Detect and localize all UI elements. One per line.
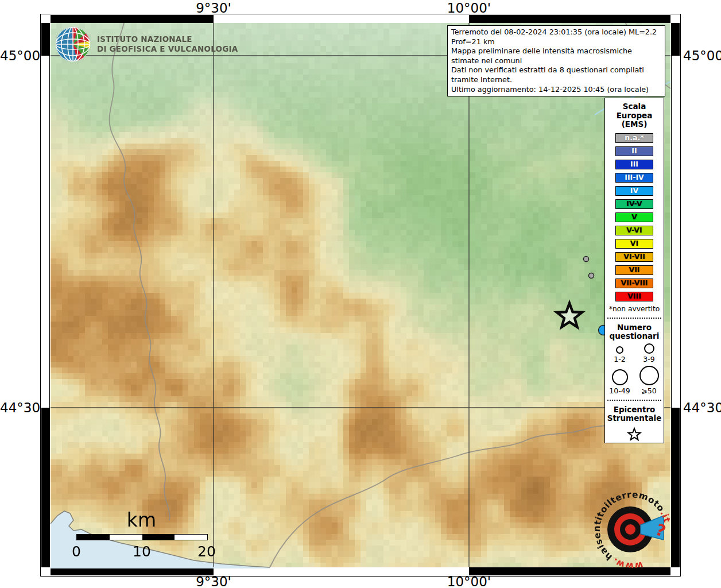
legend-separator [607,318,661,319]
ingv-logo: ISTITUTO NAZIONALE DI GEOFISICA E VULCAN… [55,26,238,63]
legend-footnote: *non avvertito [605,305,664,313]
bullseye-icon [607,506,664,552]
scalebar-segment [110,535,142,540]
legend-class-chip: IV [615,186,653,196]
questionnaire-title-line: Numero [605,323,664,332]
macroseismic-map-page: 9°30' 10°00' 9°30' 10°00' 45°00' 44°30' … [0,0,721,588]
legend-class-chip: n.a.* [615,133,653,143]
epicenter-star-marker [557,303,582,327]
star-icon [627,427,642,442]
legend-title-line: (EMS) [605,120,664,129]
questionnaire-point-marker [584,257,589,262]
ingv-wordmark: ISTITUTO NAZIONALE DI GEOFISICA E VULCAN… [97,34,238,54]
legend-class-chip: V-VI [615,226,653,235]
legend-class-chip: V [615,212,653,222]
hsit-logo: haisentitoilterremoto .it www. ? [590,489,676,575]
legend-title-line: Europea [605,111,664,121]
size-label: 3-9 [643,355,654,363]
scalebar-segment [142,535,175,540]
size-circle-icon [644,343,654,354]
questionnaire-point-marker [589,273,594,278]
legend-panel: Scala Europea (EMS) n.a.*IIIIIIII-IVIVIV… [604,98,664,443]
size-label: ⩾50 [641,386,656,395]
hsit-www-text: www. [611,556,644,571]
legend-class-chip: III [615,160,653,169]
legend-class-chip: VII-VIII [615,278,653,288]
admin-boundary-west [110,23,170,520]
scalebar [76,534,208,540]
scalebar-segment [77,535,110,540]
questionnaire-size-item: ⩾50 [634,366,664,395]
legend-class-chip: IV-V [615,199,653,209]
last-update-line: Ultimo aggiornamento: 14-12-2025 10:45 (… [451,85,661,95]
questionnaire-size-item: 1-2 [605,343,634,363]
scalebar-tick-0: 0 [72,543,81,560]
questionnaire-size-item: 10-49 [605,366,634,395]
legend-class-chip: VII [615,265,653,275]
ingv-name-line1: ISTITUTO NAZIONALE [97,34,238,44]
data-source-line: Dati non verificati estratti da 8 questi… [451,65,661,84]
legend-title-line: Scala [605,102,664,111]
legend-class-chip: II [615,146,653,156]
questionnaire-title-line: questionari [605,332,664,341]
size-circle-icon [639,366,659,385]
map-description-line: Mappa preliminare delle intensità macros… [451,47,661,65]
scalebar-tick-20: 20 [197,543,216,560]
legend-class-chip: VI [615,239,653,249]
scalebar-unit: km [76,509,207,531]
scalebar-tick-10: 10 [133,543,151,560]
legend-class-chip: III-IV [615,173,653,183]
size-circle-icon [616,346,623,354]
admin-boundary-south [270,425,615,567]
size-label: 10-49 [609,386,630,395]
intensity-markers [557,257,608,335]
scalebar-segment [175,535,207,540]
legend-class-chip: VIII [615,292,653,301]
questionnaire-size-grid: 1-23-910-49⩾50 [605,343,664,395]
svg-text:www.: www. [611,556,644,571]
intensity-scale-list: n.a.*IIIIIIII-IVIVIV-VVV-VIVIVI-VIIVIIVI… [605,133,664,301]
epicenter-symbol [605,427,664,444]
graticule-lines [51,23,670,567]
ingv-name-line2: DI GEOFISICA E VULCANOLOGIA [97,44,238,54]
questionnaire-size-item: 3-9 [634,343,664,363]
legend-separator [607,400,661,401]
ingv-globe-icon [55,26,91,63]
size-label: 1-2 [614,355,625,363]
event-summary-line: Terremoto del 08-02-2024 23:01:35 (ora l… [451,28,661,47]
epicenter-title-line: Strumentale [605,414,664,423]
size-circle-icon [612,369,628,385]
event-info-box: Terremoto del 08-02-2024 23:01:35 (ora l… [447,25,665,96]
legend-class-chip: VI-VII [615,252,653,262]
epicenter-title-line: Epicentro [605,405,664,415]
